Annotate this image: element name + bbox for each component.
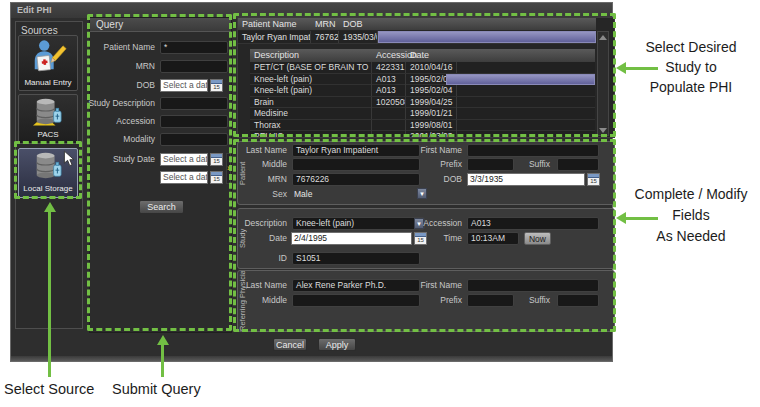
modality-input[interactable] — [160, 133, 228, 146]
patient-first-name-label: First Name — [420, 144, 462, 157]
physician-suffix-input[interactable] — [557, 294, 599, 307]
study-accession-field-label: Accession — [423, 217, 462, 230]
physician-last-name-label: Last Name — [246, 279, 287, 292]
study-row[interactable]: Brain 10205089 1999/04/25 — [250, 97, 595, 109]
patient-section: Patient Last Name Taylor Ryan Impatient … — [237, 141, 615, 205]
physician-first-name-input[interactable] — [467, 279, 599, 292]
dob-date-input[interactable]: Select a date — [160, 79, 208, 92]
patient-sex-label: Sex — [272, 188, 287, 201]
source-label-pacs: PACS — [19, 130, 77, 140]
patient-last-name-input[interactable]: Taylor Ryan Impatient — [292, 144, 420, 157]
annotation-select-source: Select Source — [4, 379, 94, 399]
referring-physician-section: Referring Physician Last Name Alex Rene … — [237, 270, 615, 332]
study-description-field-label: Description — [244, 217, 287, 230]
source-label-local-storage: Local Storage — [19, 184, 77, 194]
scroll-up-icon[interactable] — [599, 35, 607, 40]
column-header-dob[interactable]: DOB — [339, 18, 381, 30]
study-id-label: ID — [279, 252, 288, 265]
patient-mrn-cell: 7676226 — [311, 31, 339, 43]
manual-entry-icon — [29, 60, 67, 77]
study-date-calendar-icon[interactable]: 15 — [414, 232, 427, 245]
window-titlebar[interactable]: Edit PHI — [11, 3, 612, 18]
annotation-select-study: Select Desired Study to Populate PHI — [624, 37, 758, 97]
study-id-input[interactable]: S1051 — [292, 252, 420, 265]
results-scrollbar[interactable] — [597, 31, 609, 136]
study-row-clipped[interactable]: PELVIS 2001/03/03 — [250, 131, 595, 138]
arrow-line — [48, 211, 51, 377]
patient-suffix-input[interactable] — [557, 158, 599, 171]
patient-row[interactable]: Taylor Ryan Impatient 7676226 1935/03/03 — [238, 31, 596, 44]
patient-name-input[interactable]: * — [160, 41, 228, 54]
query-panel: Query Patient Name * MRN DOB Select a da… — [89, 17, 232, 333]
apply-button[interactable]: Apply — [318, 338, 356, 351]
study-date-label: Study Date — [113, 153, 155, 166]
study-date-field-label: Date — [269, 232, 287, 245]
source-button-manual-entry[interactable]: Manual Entry — [18, 35, 78, 91]
annotation-complete-fields: Complete / Modify Fields As Needed — [624, 184, 758, 247]
physician-middle-label: Middle — [262, 294, 287, 307]
study-section: Study Description Knee-left (pain) ▾ Acc… — [237, 208, 615, 269]
patient-sex-value[interactable]: Male — [294, 188, 312, 201]
study-accession-input[interactable]: A013 — [467, 217, 599, 230]
scroll-down-icon[interactable] — [599, 128, 607, 133]
pacs-icon — [29, 112, 67, 129]
study-date-from-input[interactable]: Select a date — [160, 153, 208, 166]
patient-last-name-label: Last Name — [246, 144, 287, 157]
patient-name-cell: Taylor Ryan Impatient — [238, 31, 311, 43]
study-row[interactable]: Medisine 1999/01/21 — [250, 108, 595, 120]
patient-prefix-input[interactable] — [467, 158, 514, 171]
patient-table-header: Patient Name MRN DOB — [238, 18, 596, 30]
study-date-input[interactable]: 2/4/1995 — [291, 232, 412, 245]
search-button[interactable]: Search — [139, 200, 184, 214]
patient-dob-label: DOB — [444, 173, 462, 186]
accession-input[interactable] — [160, 115, 228, 128]
cancel-button[interactable]: Cancel — [273, 338, 307, 351]
window-bottom-edge — [11, 356, 612, 361]
study-row[interactable]: PET/CT (BASE OF BRAIN TO MID THIGHS) 422… — [250, 62, 595, 74]
physician-middle-input[interactable] — [292, 294, 420, 307]
source-button-pacs[interactable]: PACS — [18, 94, 78, 144]
study-table-header: Description Accession Date — [250, 49, 595, 62]
patient-dob-input[interactable]: 3/3/1935 — [467, 173, 585, 186]
physician-prefix-input[interactable] — [467, 294, 514, 307]
patient-dob-calendar-icon[interactable]: 15 — [587, 173, 600, 186]
study-date-to-calendar-icon[interactable]: 15 — [210, 171, 223, 184]
sex-dropdown-chevron-icon[interactable]: ▾ — [417, 188, 427, 199]
physician-last-name-input[interactable]: Alex Rene Parker Ph.D. — [292, 279, 420, 292]
expander-chevron-icon[interactable]: › — [227, 164, 230, 173]
window-title: Edit PHI — [17, 5, 52, 15]
column-header-description[interactable]: Description — [250, 49, 376, 62]
column-header-patient-name[interactable]: Patient Name — [238, 18, 315, 30]
now-button[interactable]: Now — [524, 232, 551, 245]
modality-label: Modality — [123, 133, 155, 146]
physician-prefix-label: Prefix — [440, 294, 462, 307]
study-time-input[interactable]: 10:13AM — [467, 232, 519, 245]
patient-mrn-input[interactable]: 7676226 — [292, 173, 420, 186]
column-header-accession[interactable]: Accession — [372, 49, 410, 62]
mrn-input[interactable] — [160, 60, 228, 73]
annotation-submit-query: Submit Query — [112, 379, 201, 399]
dob-label: DOB — [137, 79, 155, 92]
edit-phi-window: Edit PHI Sources — [10, 2, 613, 362]
patient-middle-input[interactable] — [292, 158, 420, 171]
patient-row-selection-highlight — [378, 31, 596, 43]
patient-middle-label: Middle — [262, 158, 287, 171]
study-time-label: Time — [443, 232, 462, 245]
column-header-date[interactable]: Date — [406, 49, 461, 62]
study-date-to-input[interactable]: Select a date — [160, 171, 208, 184]
study-description-label: Study Description — [88, 97, 155, 110]
dob-calendar-icon[interactable]: 15 — [210, 79, 223, 92]
study-date-from-calendar-icon[interactable]: 15 — [210, 153, 223, 166]
patient-mrn-label: MRN — [268, 173, 287, 186]
study-row[interactable]: Knee-left (pain) A013 1995/02/04 — [250, 85, 595, 97]
patient-prefix-label: Prefix — [440, 158, 462, 171]
study-description-input[interactable] — [160, 97, 228, 110]
study-row-selected[interactable]: Knee-left (pain) A013 1995/02/04 — [250, 74, 595, 86]
source-label-manual-entry: Manual Entry — [19, 78, 77, 88]
patient-suffix-label: Suffix — [529, 158, 550, 171]
patient-first-name-input[interactable] — [467, 144, 599, 157]
source-button-local-storage[interactable]: Local Storage — [18, 148, 78, 198]
study-description-combo[interactable]: Knee-left (pain) — [292, 217, 425, 230]
mrn-label: MRN — [136, 60, 155, 73]
study-row[interactable]: Thorax 1999/08/01 — [250, 120, 595, 132]
